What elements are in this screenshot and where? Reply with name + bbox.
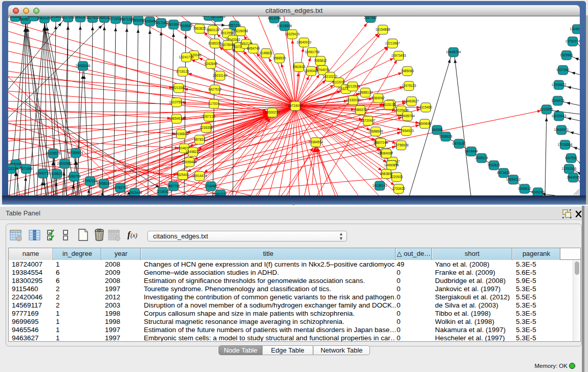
svg-text:13325419: 13325419 [285, 32, 300, 36]
svg-text:1716485: 1716485 [204, 184, 217, 188]
svg-text:19832259: 19832259 [8, 167, 18, 170]
svg-text:(x): (x) [130, 232, 137, 239]
svg-text:17654923: 17654923 [399, 129, 414, 133]
svg-text:15751074: 15751074 [565, 39, 580, 43]
svg-text:6479197: 6479197 [452, 142, 466, 145]
svg-text:17016504: 17016504 [558, 143, 573, 146]
svg-text:8215955: 8215955 [540, 107, 553, 111]
svg-text:19384554: 19384554 [309, 140, 323, 144]
svg-text:6794074: 6794074 [316, 68, 330, 72]
svg-text:15692971: 15692971 [554, 128, 569, 132]
svg-text:1588520: 1588520 [273, 56, 286, 60]
svg-text:12923446: 12923446 [127, 191, 142, 194]
svg-text:16033809: 16033809 [211, 16, 226, 18]
svg-text:22330030: 22330030 [346, 98, 361, 102]
svg-text:9115460: 9115460 [420, 105, 432, 109]
svg-text:1527602: 1527602 [86, 16, 99, 19]
svg-text:4245263: 4245263 [531, 190, 545, 194]
svg-text:7625402: 7625402 [176, 173, 189, 177]
svg-text:887833: 887833 [194, 138, 205, 141]
svg-text:7485063: 7485063 [401, 69, 414, 73]
svg-text:14460856: 14460856 [384, 163, 399, 167]
svg-text:3220921: 3220921 [390, 175, 403, 179]
svg-text:1244415: 1244415 [551, 99, 564, 102]
svg-text:7955812: 7955812 [314, 59, 327, 62]
svg-text:14136141: 14136141 [373, 184, 387, 187]
svg-text:164095: 164095 [431, 128, 443, 132]
svg-text:8186328: 8186328 [208, 41, 222, 45]
svg-text:7632621: 7632621 [487, 163, 500, 167]
svg-text:8396759: 8396759 [68, 174, 81, 178]
svg-text:9227342: 9227342 [556, 68, 570, 72]
svg-text:19495764: 19495764 [400, 114, 415, 118]
svg-text:7986372: 7986372 [354, 108, 367, 112]
svg-text:26031144: 26031144 [213, 74, 228, 77]
svg-text:16210643: 16210643 [552, 114, 567, 118]
svg-text:19218506: 19218506 [277, 24, 292, 28]
svg-text:9146821: 9146821 [259, 51, 273, 55]
svg-text:17957225: 17957225 [83, 179, 98, 183]
svg-text:18724007: 18724007 [288, 104, 303, 107]
svg-text:12975115: 12975115 [402, 84, 417, 87]
svg-text:5938928: 5938928 [439, 135, 452, 138]
svg-text:16213925: 16213925 [345, 84, 360, 88]
svg-text:12942737: 12942737 [36, 171, 51, 175]
svg-text:3644095: 3644095 [567, 176, 580, 179]
svg-text:9699695: 9699695 [418, 122, 431, 125]
svg-text:13701506: 13701506 [562, 167, 577, 170]
svg-text:29053346: 29053346 [76, 64, 91, 68]
svg-text:9857791: 9857791 [167, 184, 180, 188]
svg-text:8912954: 8912954 [221, 31, 234, 35]
svg-text:3267130: 3267130 [202, 115, 215, 118]
svg-text:1167531: 1167531 [565, 156, 578, 160]
svg-text:1562615: 1562615 [292, 65, 306, 69]
svg-text:10654112: 10654112 [506, 178, 521, 181]
svg-text:9860124: 9860124 [206, 28, 220, 32]
svg-text:20206576: 20206576 [46, 151, 61, 155]
svg-text:2718126: 2718126 [176, 70, 189, 73]
svg-text:18640910: 18640910 [297, 40, 312, 44]
svg-text:17359924: 17359924 [69, 151, 83, 155]
svg-text:2935114: 2935114 [475, 156, 488, 160]
svg-text:16961758: 16961758 [305, 50, 320, 54]
svg-text:18807249: 18807249 [374, 141, 388, 144]
svg-text:1235359: 1235359 [200, 126, 213, 129]
svg-text:12213967: 12213967 [385, 41, 400, 45]
svg-text:19654934: 19654934 [169, 117, 184, 120]
svg-text:117004: 117004 [208, 102, 220, 105]
svg-text:16154808: 16154808 [376, 28, 390, 31]
svg-text:19285201: 19285201 [50, 172, 64, 176]
svg-text:9329966: 9329966 [560, 53, 573, 57]
svg-text:10756928: 10756928 [394, 143, 409, 147]
svg-text:8813054: 8813054 [268, 16, 281, 20]
svg-text:12093822: 12093822 [552, 83, 567, 86]
svg-text:9084067: 9084067 [380, 151, 393, 155]
svg-text:8454749: 8454749 [247, 47, 260, 50]
svg-text:9474444: 9474444 [465, 149, 478, 153]
svg-text:9245612: 9245612 [518, 187, 531, 190]
svg-text:26099486: 26099486 [182, 160, 197, 164]
svg-text:10958187: 10958187 [97, 182, 112, 185]
svg-text:8427512: 8427512 [208, 87, 222, 91]
svg-text:19300273: 19300273 [265, 111, 280, 114]
svg-text:7671884: 7671884 [19, 167, 33, 170]
svg-text:19166825: 19166825 [174, 132, 189, 136]
svg-text:14498222: 14498222 [186, 150, 201, 154]
svg-text:18463627: 18463627 [404, 99, 419, 103]
svg-text:16648784: 16648784 [446, 50, 461, 54]
svg-text:19688132: 19688132 [358, 91, 373, 94]
svg-text:15720407: 15720407 [361, 119, 376, 122]
svg-text:23226058: 23226058 [233, 29, 248, 33]
svg-text:1615132: 1615132 [382, 103, 396, 106]
svg-text:1733426: 1733426 [392, 187, 405, 190]
svg-text:24532561: 24532561 [57, 162, 72, 165]
svg-text:12213382: 12213382 [171, 86, 186, 90]
svg-text:9242845: 9242845 [204, 62, 217, 65]
svg-text:7663822: 7663822 [193, 27, 206, 30]
svg-text:1218062: 1218062 [156, 190, 169, 193]
svg-text:16914479: 16914479 [192, 174, 207, 178]
svg-text:6357277: 6357277 [214, 192, 227, 195]
svg-text:10973493: 10973493 [391, 54, 406, 57]
svg-text:13241736: 13241736 [179, 55, 194, 59]
svg-text:8471626: 8471626 [497, 171, 510, 174]
